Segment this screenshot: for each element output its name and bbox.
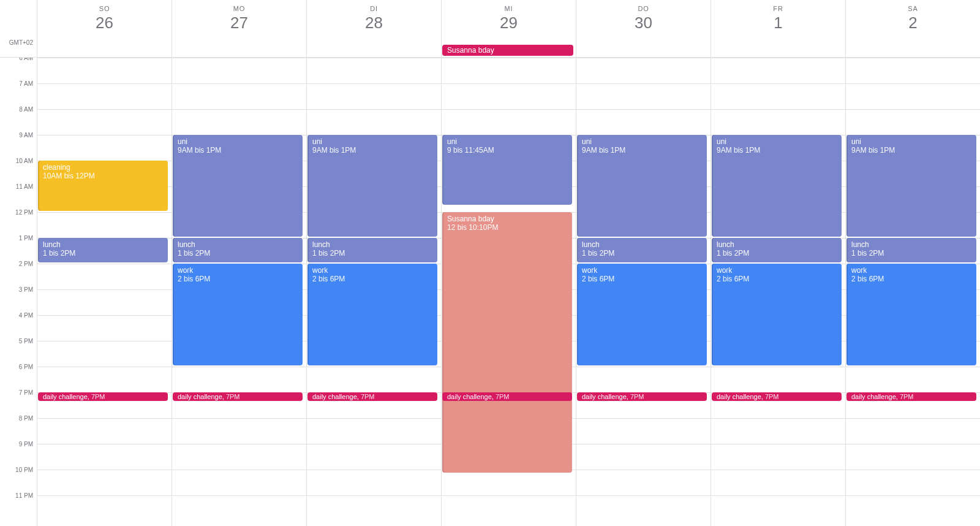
day-of-week-label: DI [370, 5, 378, 12]
day-column[interactable]: uni9 bis 11:45AMSusanna bday12 bis 10:10… [441, 58, 576, 526]
event-title: lunch [851, 240, 971, 249]
hour-gridline [576, 495, 710, 496]
event-title: Susanna bday [447, 215, 567, 223]
calendar-event[interactable]: Susanna bday12 bis 10:10PM [442, 212, 572, 473]
day-of-week-label: FR [773, 5, 783, 12]
event-title: daily challenge [582, 393, 627, 400]
event-time: 7PM [630, 393, 644, 400]
hour-gridline [576, 444, 710, 444]
calendar-event-thin[interactable]: daily challenge, 7PM [173, 392, 303, 401]
calendar-event-thin[interactable]: daily challenge, 7PM [712, 392, 842, 401]
hour-gridline [37, 315, 172, 316]
event-title: daily challenge [43, 393, 88, 400]
event-time: 2 bis 6PM [312, 275, 432, 283]
allday-cell[interactable] [710, 44, 845, 57]
hour-gridline [846, 58, 980, 58]
hour-gridline [37, 83, 172, 84]
event-title: daily challenge [312, 393, 357, 400]
hour-gridline [172, 83, 306, 84]
calendar-event-thin[interactable]: daily challenge, 7PM [307, 392, 437, 401]
day-header[interactable]: DO30 [576, 0, 710, 44]
calendar-event[interactable]: work2 bis 6PM [307, 264, 437, 365]
allday-event[interactable]: Susanna bday [442, 45, 573, 56]
day-column[interactable]: uni9AM bis 1PMlunch1 bis 2PMwork2 bis 6P… [306, 58, 441, 526]
calendar-event-thin[interactable]: daily challenge, 7PM [846, 392, 976, 401]
calendar-event[interactable]: uni9 bis 11:45AM [442, 135, 572, 205]
time-grid[interactable]: 6 AM7 AM8 AM9 AM10 AM11 AM12 PM1 PM2 PM3… [0, 58, 980, 526]
hour-label: 12 PM [15, 209, 33, 216]
calendar-event[interactable]: lunch1 bis 2PM [577, 238, 707, 262]
calendar-event[interactable]: lunch1 bis 2PM [173, 238, 303, 262]
calendar-event[interactable]: uni9AM bis 1PM [577, 135, 707, 237]
hour-gridline [442, 109, 576, 110]
event-title: daily challenge [178, 393, 222, 400]
calendar-event[interactable]: lunch1 bis 2PM [307, 238, 437, 262]
event-title: lunch [178, 240, 298, 249]
hour-gridline [307, 470, 441, 470]
day-header[interactable]: SA2 [845, 0, 980, 44]
allday-cell[interactable] [576, 44, 710, 57]
calendar-event[interactable]: work2 bis 6PM [846, 264, 976, 365]
day-column[interactable]: uni9AM bis 1PMlunch1 bis 2PMwork2 bis 6P… [710, 58, 845, 526]
hour-gridline [172, 367, 306, 367]
hour-gridline [37, 212, 172, 213]
calendar-event-thin[interactable]: daily challenge, 7PM [38, 392, 168, 401]
hour-gridline [846, 418, 980, 419]
allday-cell[interactable] [306, 44, 441, 57]
day-header[interactable]: DI28 [306, 0, 441, 44]
hour-gridline [846, 444, 980, 444]
calendar-event[interactable]: work2 bis 6PM [712, 264, 842, 365]
calendar-event[interactable]: work2 bis 6PM [173, 264, 303, 365]
day-header[interactable]: MO27 [172, 0, 306, 44]
day-column[interactable]: uni9AM bis 1PMlunch1 bis 2PMwork2 bis 6P… [576, 58, 710, 526]
day-header[interactable]: SO26 [37, 0, 172, 44]
event-time: 2 bis 6PM [717, 275, 837, 283]
calendar-event[interactable]: lunch1 bis 2PM [846, 238, 976, 262]
event-time: 9AM bis 1PM [178, 146, 298, 154]
calendar-event[interactable]: work2 bis 6PM [577, 264, 707, 365]
day-column[interactable]: uni9AM bis 1PMlunch1 bis 2PMwork2 bis 6P… [845, 58, 980, 526]
hour-gridline [442, 495, 576, 496]
allday-cell[interactable] [845, 44, 980, 57]
event-time: 9 bis 11:45AM [447, 146, 567, 154]
day-number-label: 28 [365, 13, 383, 32]
hour-label: 6 PM [19, 364, 33, 370]
calendar-event[interactable]: uni9AM bis 1PM [712, 135, 842, 237]
day-number-label: 27 [230, 13, 248, 32]
event-time: 2 bis 6PM [178, 275, 298, 283]
calendar-event[interactable]: lunch1 bis 2PM [712, 238, 842, 262]
hour-gridline [846, 470, 980, 470]
hour-label: 11 AM [16, 183, 33, 190]
allday-cell[interactable] [37, 44, 172, 57]
hour-gridline [172, 470, 306, 470]
day-column[interactable]: cleaning10AM bis 12PMlunch1 bis 2PMdaily… [37, 58, 172, 526]
hour-gridline [37, 58, 172, 58]
hour-gridline [846, 83, 980, 84]
day-column[interactable]: uni9AM bis 1PMlunch1 bis 2PMwork2 bis 6P… [172, 58, 306, 526]
event-title: work [178, 266, 298, 275]
allday-cell[interactable] [172, 44, 306, 57]
event-time: 12 bis 10:10PM [447, 223, 567, 232]
hour-gridline [172, 58, 306, 58]
day-header[interactable]: FR1 [710, 0, 845, 44]
hour-gridline [711, 58, 845, 58]
hour-label: 4 PM [19, 312, 33, 319]
calendar-event[interactable]: cleaning10AM bis 12PM [38, 161, 168, 211]
allday-cell[interactable]: Susanna bday [441, 44, 576, 57]
day-number-label: 30 [635, 13, 652, 32]
calendar-event[interactable]: uni9AM bis 1PM [173, 135, 303, 237]
calendar-event-thin[interactable]: daily challenge, 7PM [577, 392, 707, 401]
event-time: 7PM [765, 393, 779, 400]
hour-gridline [711, 470, 845, 470]
calendar-event[interactable]: lunch1 bis 2PM [38, 238, 168, 262]
event-time: 1 bis 2PM [582, 249, 702, 257]
calendar-event[interactable]: uni9AM bis 1PM [307, 135, 437, 237]
event-time: 1 bis 2PM [717, 249, 837, 257]
calendar-event-thin[interactable]: daily challenge, 7PM [442, 392, 572, 401]
hour-gridline [711, 444, 845, 444]
day-number-label: 26 [96, 13, 113, 32]
event-title: uni [717, 137, 837, 146]
hour-gridline [442, 83, 576, 84]
calendar-event[interactable]: uni9AM bis 1PM [846, 135, 976, 237]
day-header[interactable]: MI29 [441, 0, 576, 44]
